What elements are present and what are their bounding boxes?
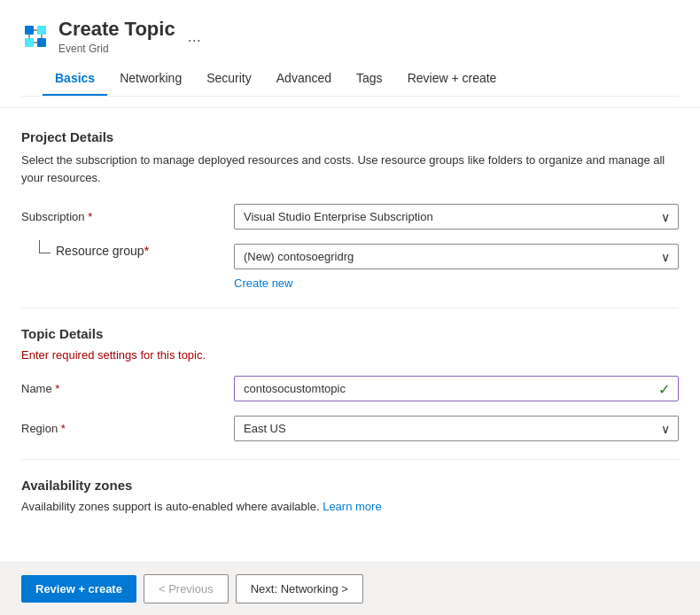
region-select-wrapper: East US <box>234 416 679 441</box>
subscription-label: Subscription * <box>21 210 234 223</box>
region-row: Region * East US <box>21 416 679 441</box>
name-check-icon: ✓ <box>658 380 670 397</box>
resource-group-control: (New) contosoegridrg <box>234 244 679 269</box>
tab-basics[interactable]: Basics <box>43 62 107 96</box>
main-content: Project Details Select the subscription … <box>0 108 700 564</box>
svg-rect-0 <box>25 26 34 35</box>
region-select[interactable]: East US <box>234 416 679 441</box>
section-divider-2 <box>21 459 679 460</box>
topic-details-heading: Topic Details <box>21 326 679 341</box>
availability-zones-description: Availability zones support is auto-enabl… <box>21 500 679 513</box>
event-grid-icon <box>21 22 50 51</box>
learn-more-link[interactable]: Learn more <box>323 500 381 513</box>
section-divider-1 <box>21 308 679 308</box>
topic-required-text: Enter required settings for this topic. <box>21 348 679 362</box>
project-details-heading: Project Details <box>21 129 679 144</box>
tab-security[interactable]: Security <box>194 62 264 96</box>
svg-rect-2 <box>25 38 34 47</box>
resource-group-row: Resource group * (New) contosoegridrg <box>21 244 679 269</box>
subscription-control: Visual Studio Enterprise Subscription <box>234 204 679 230</box>
previous-button[interactable]: < Previous <box>144 574 229 603</box>
tab-advanced[interactable]: Advanced <box>264 62 344 96</box>
name-row: Name * ✓ <box>21 376 679 401</box>
subscription-select-wrapper: Visual Studio Enterprise Subscription <box>234 204 679 230</box>
region-control: East US <box>234 416 679 441</box>
resource-group-select-wrapper: (New) contosoegridrg <box>234 244 679 269</box>
subscription-row: Subscription * Visual Studio Enterprise … <box>21 204 679 230</box>
footer: Review + create < Previous Next: Network… <box>0 562 700 615</box>
name-control: ✓ <box>234 376 679 401</box>
region-label: Region * <box>21 422 234 435</box>
name-input[interactable] <box>234 376 679 401</box>
next-button[interactable]: Next: Networking > <box>236 574 363 603</box>
page-title: Create Topic <box>58 18 175 41</box>
review-create-button[interactable]: Review + create <box>21 575 136 603</box>
tab-networking[interactable]: Networking <box>107 62 194 96</box>
svg-rect-1 <box>37 26 46 35</box>
project-details-description: Select the subscription to manage deploy… <box>21 152 679 186</box>
svg-rect-3 <box>37 38 46 47</box>
create-new-link[interactable]: Create new <box>234 276 292 290</box>
resource-group-label: Resource group * <box>21 244 234 258</box>
tab-review-create[interactable]: Review + create <box>395 62 509 96</box>
name-label: Name * <box>21 382 234 395</box>
tab-tags[interactable]: Tags <box>344 62 395 96</box>
name-input-wrapper: ✓ <box>234 376 679 401</box>
page-subtitle: Event Grid <box>58 43 175 55</box>
resource-group-select[interactable]: (New) contosoegridrg <box>234 244 679 269</box>
availability-zones-section: Availability zones Availability zones su… <box>21 478 679 513</box>
subscription-select[interactable]: Visual Studio Enterprise Subscription <box>234 204 679 230</box>
availability-zones-heading: Availability zones <box>21 478 679 493</box>
more-options-icon[interactable]: ... <box>188 27 201 46</box>
tab-nav: Basics Networking Security Advanced Tags… <box>21 62 679 97</box>
